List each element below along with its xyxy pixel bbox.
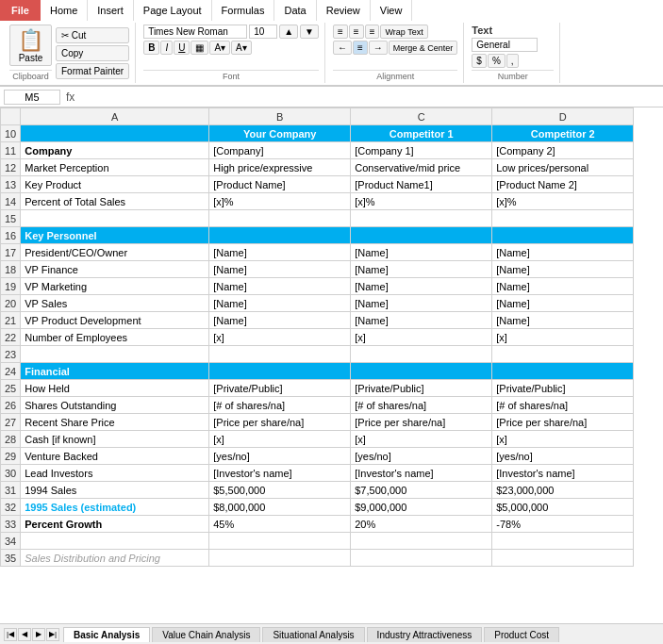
cell-18-d[interactable]: [Name] <box>492 261 634 278</box>
cell-24-b[interactable] <box>209 363 351 380</box>
cell-33-a[interactable]: Percent Growth <box>21 516 209 533</box>
cell-16-c[interactable] <box>351 227 492 244</box>
cell-27-d[interactable]: [Price per share/na] <box>492 414 634 431</box>
cell-31-a[interactable]: 1994 Sales <box>21 482 209 499</box>
cell-26-c[interactable]: [# of shares/na] <box>351 397 492 414</box>
formula-input[interactable] <box>80 91 659 104</box>
cell-20-a[interactable]: VP Sales <box>21 295 209 312</box>
cell-23-a[interactable] <box>21 346 209 363</box>
wrap-text-button[interactable]: Wrap Text <box>380 25 427 39</box>
cell-34-b[interactable] <box>209 533 351 550</box>
cell-28-b[interactable]: [x] <box>209 431 351 448</box>
cell-15-d[interactable] <box>492 210 634 227</box>
cell-31-c[interactable]: $7,500,000 <box>351 482 492 499</box>
font-color-button[interactable]: A▾ <box>231 41 252 55</box>
cell-21-a[interactable]: VP Product Development <box>21 312 209 329</box>
dollar-button[interactable]: $ <box>472 54 487 68</box>
paste-button[interactable]: 📋 Paste <box>9 25 52 66</box>
cell-27-a[interactable]: Recent Share Price <box>21 414 209 431</box>
cell-26-a[interactable]: Shares Outstanding <box>21 397 209 414</box>
cell-29-b[interactable]: [yes/no] <box>209 448 351 465</box>
cell-35-c[interactable] <box>351 550 492 567</box>
cell-30-a[interactable]: Lead Investors <box>21 465 209 482</box>
cell-11-d[interactable]: [Company 2] <box>492 142 634 159</box>
cell-23-d[interactable] <box>492 346 634 363</box>
cell-20-d[interactable]: [Name] <box>492 295 634 312</box>
align-left-top-button[interactable]: ≡ <box>333 25 348 39</box>
sheet-tab-situational-analysis[interactable]: Situational Analysis <box>262 627 364 642</box>
cell-20-c[interactable]: [Name] <box>351 295 492 312</box>
cell-18-c[interactable]: [Name] <box>351 261 492 278</box>
cell-26-d[interactable]: [# of shares/na] <box>492 397 634 414</box>
percent-button[interactable]: % <box>488 54 506 68</box>
cell-28-a[interactable]: Cash [if known] <box>21 431 209 448</box>
font-decrease-button[interactable]: ▼ <box>300 25 319 39</box>
cell-13-d[interactable]: [Product Name 2] <box>492 176 634 193</box>
cell-16-a[interactable]: Key Personnel <box>21 227 209 244</box>
cell-32-d[interactable]: $5,000,000 <box>492 499 634 516</box>
cell-13-c[interactable]: [Product Name1] <box>351 176 492 193</box>
cell-19-a[interactable]: VP Marketing <box>21 278 209 295</box>
cell-29-a[interactable]: Venture Backed <box>21 448 209 465</box>
underline-button[interactable]: U <box>174 41 190 55</box>
next-sheet-button[interactable]: ▶ <box>32 628 45 641</box>
cell-31-d[interactable]: $23,000,000 <box>492 482 634 499</box>
prev-sheet-button[interactable]: ◀ <box>18 628 31 641</box>
cell-12-d[interactable]: Low prices/personal <box>492 159 634 176</box>
comma-button[interactable]: , <box>506 54 519 68</box>
cell-26-b[interactable]: [# of shares/na] <box>209 397 351 414</box>
number-format-box[interactable]: General <box>472 38 538 52</box>
cell-15-b[interactable] <box>209 210 351 227</box>
cell-reference[interactable] <box>4 90 60 105</box>
copy-button[interactable]: Copy <box>56 45 129 61</box>
cell-22-a[interactable]: Number of Employees <box>21 329 209 346</box>
cell-30-d[interactable]: [Investor's name] <box>492 465 634 482</box>
cell-33-d[interactable]: -78% <box>492 516 634 533</box>
align-left-button[interactable]: ← <box>333 41 352 55</box>
cell-21-d[interactable]: [Name] <box>492 312 634 329</box>
font-name-input[interactable] <box>143 25 247 39</box>
col-header-b[interactable]: B <box>209 108 351 125</box>
cell-22-d[interactable]: [x] <box>492 329 634 346</box>
cell-14-a[interactable]: Percent of Total Sales <box>21 193 209 210</box>
tab-data[interactable]: Data <box>274 0 316 21</box>
tab-view[interactable]: View <box>371 0 413 21</box>
cell-24-a[interactable]: Financial <box>21 363 209 380</box>
cell-33-b[interactable]: 45% <box>209 516 351 533</box>
cell-12-a[interactable]: Market Perception <box>21 159 209 176</box>
italic-button[interactable]: I <box>160 41 173 55</box>
cell-12-b[interactable]: High price/expressive <box>209 159 351 176</box>
cell-19-b[interactable]: [Name] <box>209 278 351 295</box>
cell-22-b[interactable]: [x] <box>209 329 351 346</box>
cell-35-b[interactable] <box>209 550 351 567</box>
cell-27-c[interactable]: [Price per share/na] <box>351 414 492 431</box>
cell-17-a[interactable]: President/CEO/Owner <box>21 244 209 261</box>
cell-34-d[interactable] <box>492 533 634 550</box>
cell-32-b[interactable]: $8,000,000 <box>209 499 351 516</box>
format-painter-button[interactable]: Format Painter <box>56 63 129 79</box>
cell-13-a[interactable]: Key Product <box>21 176 209 193</box>
cell-30-b[interactable]: [Investor's name] <box>209 465 351 482</box>
fill-color-button[interactable]: A▾ <box>209 41 230 55</box>
cell-24-c[interactable] <box>351 363 492 380</box>
cell-31-b[interactable]: $5,500,000 <box>209 482 351 499</box>
font-size-input[interactable] <box>249 25 277 39</box>
cell-10-a[interactable] <box>21 125 209 142</box>
cell-17-c[interactable]: [Name] <box>351 244 492 261</box>
cell-14-c[interactable]: [x]% <box>351 193 492 210</box>
cell-34-c[interactable] <box>351 533 492 550</box>
col-header-a[interactable]: A <box>21 108 209 125</box>
cell-27-b[interactable]: [Price per share/na] <box>209 414 351 431</box>
cell-21-b[interactable]: [Name] <box>209 312 351 329</box>
tab-page-layout[interactable]: Page Layout <box>134 0 212 21</box>
col-header-c[interactable]: C <box>351 108 492 125</box>
cell-25-b[interactable]: [Private/Public] <box>209 380 351 397</box>
tab-review[interactable]: Review <box>317 0 371 21</box>
first-sheet-button[interactable]: |◀ <box>4 628 17 641</box>
sheet-tab-value-chain-analysis[interactable]: Value Chain Analysis <box>152 627 260 642</box>
align-right-top-button[interactable]: ≡ <box>365 25 380 39</box>
cell-10-c[interactable]: Competitor 1 <box>351 125 492 142</box>
cell-28-d[interactable]: [x] <box>492 431 634 448</box>
cell-18-a[interactable]: VP Finance <box>21 261 209 278</box>
cell-21-c[interactable]: [Name] <box>351 312 492 329</box>
